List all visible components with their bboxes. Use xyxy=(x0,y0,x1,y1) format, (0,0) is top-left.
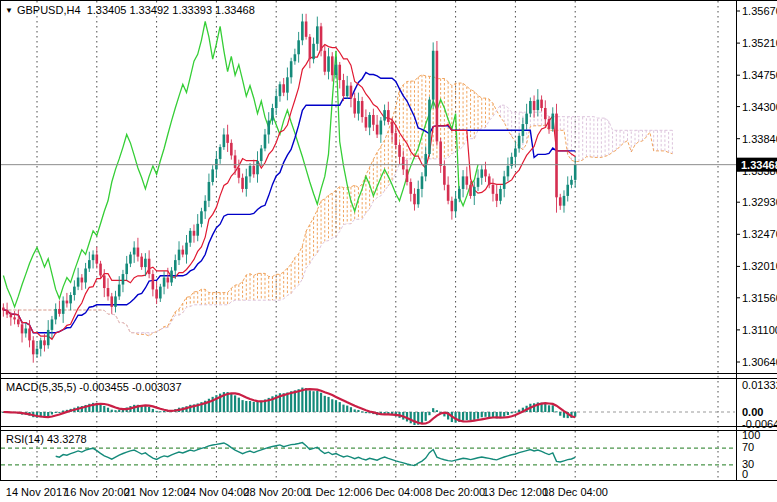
main-chart-panel[interactable] xyxy=(0,0,736,373)
macd-panel[interactable] xyxy=(0,378,736,427)
price-axis[interactable] xyxy=(736,0,777,481)
time-axis[interactable] xyxy=(0,481,777,502)
trading-chart-window: 1.356701.352101.347501.343001.338401.333… xyxy=(0,0,777,502)
rsi-panel[interactable] xyxy=(0,430,736,481)
